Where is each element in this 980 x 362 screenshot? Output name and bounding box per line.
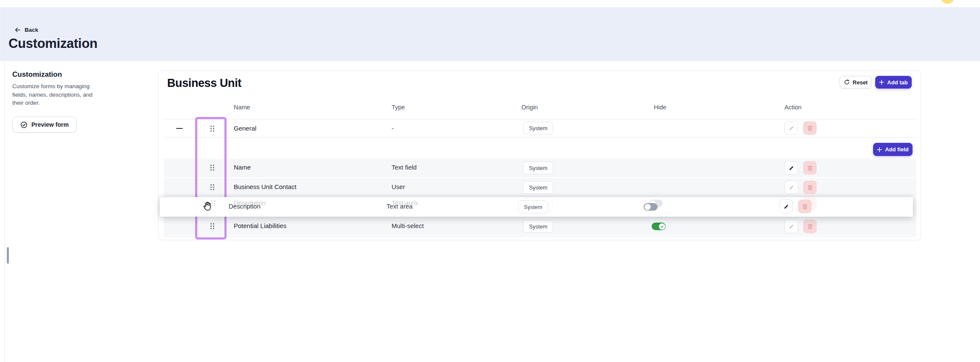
back-label: Back [25,27,38,33]
field-name: Description [229,203,260,210]
trash-icon [802,203,808,210]
pencil-icon [788,223,795,230]
origin-badge: System [523,181,553,194]
business-unit-card: Business Unit Reset Add tab Name Type Or… [158,70,921,240]
card-title: Business Unit [167,77,241,90]
origin-badge: System [518,200,548,213]
edit-button[interactable] [784,121,798,135]
pencil-icon [783,203,790,210]
grab-cursor-icon [202,200,213,212]
drag-handle-icon[interactable] [210,125,215,132]
pencil-icon [788,165,795,171]
row-divider [164,137,916,138]
column-header-action: Action [784,104,801,111]
back-button[interactable]: Back [14,27,38,33]
hide-toggle-off[interactable] [644,203,658,211]
trash-icon [807,184,813,191]
refresh-icon [844,79,850,85]
edit-button[interactable] [784,181,798,194]
column-header-hide: Hide [654,104,666,111]
left-divider [4,7,5,362]
sidebar-title: Customization [12,70,62,79]
delete-button[interactable] [798,200,812,213]
field-row-potential-liabilities: Potential Liabilities Multi-select Syste… [164,217,916,236]
tab-row-general: General - System [164,120,916,137]
pencil-icon [788,184,795,191]
dragged-row-description[interactable]: Description Text area System Description… [160,197,913,217]
origin-badge: System [523,220,553,233]
page-title: Customization [8,36,98,51]
plus-icon [879,80,884,85]
tab-type: - [392,125,394,132]
trash-icon [807,165,813,171]
hide-toggle-on[interactable] [652,223,666,230]
reset-button[interactable]: Reset [840,76,872,89]
delete-button[interactable] [803,220,817,233]
add-tab-label: Add tab [887,79,907,86]
scrollbar-thumb[interactable] [7,247,9,264]
trash-icon [807,223,813,230]
drag-handle-icon[interactable] [210,184,215,191]
preview-form-label: Preview form [31,121,69,128]
field-row-business-unit-contact: Business Unit Contact User System [164,178,916,197]
row-divider [164,237,916,237]
column-header-name: Name [234,104,250,111]
collapse-icon[interactable] [176,128,183,129]
preview-form-button[interactable]: Preview form [12,117,77,133]
origin-badge: System [523,162,553,174]
add-field-label: Add field [885,146,909,153]
field-name: Name [234,164,251,171]
column-header-type: Type [392,104,405,111]
delete-button[interactable] [803,121,817,135]
field-row-name: Name Text field System [164,159,916,177]
field-name: Potential Liabilities [234,222,286,229]
add-tab-button[interactable]: Add tab [875,76,912,89]
field-type: Multi-select [392,222,424,229]
check-icon [660,225,664,228]
column-header-origin: Origin [521,104,538,111]
field-type: User [392,183,405,190]
field-type: Text field [392,164,417,171]
back-arrow-icon [14,27,21,33]
delete-button[interactable] [803,161,817,175]
toggle-knob [644,204,651,210]
drag-handle-icon[interactable] [210,164,215,171]
plus-icon [877,147,882,152]
trash-icon [807,125,813,131]
edit-button[interactable] [784,161,798,175]
edit-button[interactable] [779,200,793,213]
toggle-knob [659,223,665,230]
field-name: Business Unit Contact [234,183,297,190]
delete-button[interactable] [803,181,817,194]
pencil-icon [788,125,795,131]
reset-label: Reset [853,79,868,86]
customization-page: Back Customization Customization Customi… [0,0,980,362]
page-header: Back Customization [0,7,980,61]
drag-handle-icon[interactable] [210,223,215,230]
field-type: Text area [386,203,413,210]
edit-button[interactable] [784,220,798,233]
avatar[interactable] [941,0,954,4]
top-bar [0,0,980,7]
check-circle-icon [20,121,28,128]
tab-name: General [234,125,256,132]
add-field-button[interactable]: Add field [873,143,913,156]
sidebar-description: Customize forms by managing fields, name… [12,82,96,107]
origin-badge: System [523,122,553,134]
